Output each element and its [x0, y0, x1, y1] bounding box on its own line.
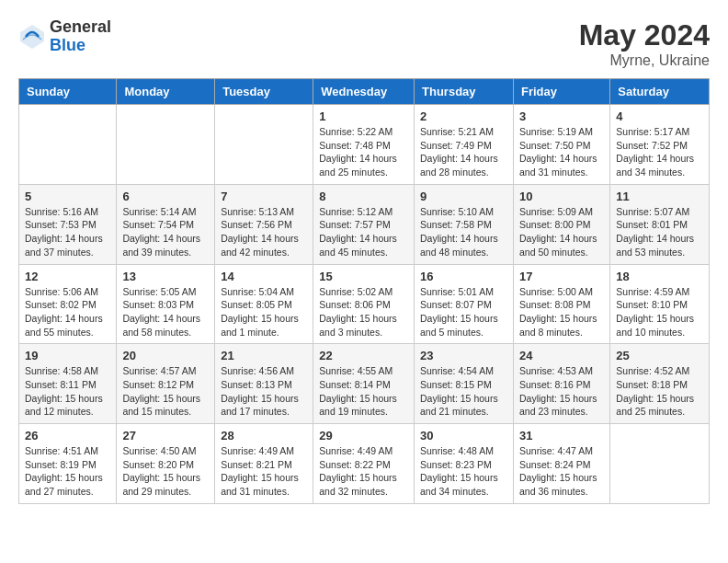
day-number: 16	[420, 270, 507, 283]
day-info: Sunrise: 5:21 AM Sunset: 7:49 PM Dayligh…	[420, 125, 507, 179]
day-info: Sunrise: 5:06 AM Sunset: 8:02 PM Dayligh…	[25, 285, 110, 339]
calendar-cell: 26Sunrise: 4:51 AM Sunset: 8:19 PM Dayli…	[19, 424, 117, 504]
day-number: 2	[420, 109, 507, 123]
weekday-header-thursday: Thursday	[415, 79, 514, 105]
day-number: 19	[25, 349, 110, 362]
calendar-table: SundayMondayTuesdayWednesdayThursdayFrid…	[18, 78, 710, 504]
day-number: 29	[319, 429, 408, 442]
page-header: General Blue May 2024 Myrne, Ukraine	[18, 18, 710, 69]
calendar-cell: 1Sunrise: 5:22 AM Sunset: 7:48 PM Daylig…	[313, 105, 415, 185]
calendar-cell: 2Sunrise: 5:21 AM Sunset: 7:49 PM Daylig…	[415, 105, 514, 185]
calendar-cell: 22Sunrise: 4:55 AM Sunset: 8:14 PM Dayli…	[313, 344, 415, 424]
day-number: 23	[420, 349, 507, 362]
calendar-cell: 8Sunrise: 5:12 AM Sunset: 7:57 PM Daylig…	[313, 184, 415, 264]
day-number: 28	[221, 429, 307, 442]
day-info: Sunrise: 4:56 AM Sunset: 8:13 PM Dayligh…	[221, 364, 307, 419]
day-number: 9	[420, 190, 507, 203]
calendar-cell	[610, 424, 710, 504]
calendar-cell: 12Sunrise: 5:06 AM Sunset: 8:02 PM Dayli…	[19, 264, 117, 344]
calendar-cell: 24Sunrise: 4:53 AM Sunset: 8:16 PM Dayli…	[513, 344, 609, 424]
day-info: Sunrise: 5:19 AM Sunset: 7:50 PM Dayligh…	[519, 125, 604, 179]
weekday-header-friday: Friday	[513, 79, 609, 105]
calendar-week-row: 1Sunrise: 5:22 AM Sunset: 7:48 PM Daylig…	[19, 105, 710, 185]
day-info: Sunrise: 5:17 AM Sunset: 7:52 PM Dayligh…	[616, 125, 703, 179]
day-number: 22	[319, 349, 408, 362]
day-number: 30	[420, 429, 507, 442]
weekday-header-wednesday: Wednesday	[313, 79, 415, 105]
calendar-cell: 6Sunrise: 5:14 AM Sunset: 7:54 PM Daylig…	[117, 184, 215, 264]
day-info: Sunrise: 4:53 AM Sunset: 8:16 PM Dayligh…	[519, 364, 604, 419]
calendar-cell: 21Sunrise: 4:56 AM Sunset: 8:13 PM Dayli…	[215, 344, 313, 424]
calendar-cell: 23Sunrise: 4:54 AM Sunset: 8:15 PM Dayli…	[415, 344, 514, 424]
day-number: 1	[319, 109, 408, 123]
day-number: 25	[616, 349, 703, 362]
calendar-cell	[19, 105, 117, 185]
calendar-header-row: SundayMondayTuesdayWednesdayThursdayFrid…	[19, 79, 710, 105]
day-info: Sunrise: 4:48 AM Sunset: 8:23 PM Dayligh…	[420, 444, 507, 499]
day-number: 31	[519, 429, 604, 442]
day-number: 13	[122, 270, 209, 283]
day-info: Sunrise: 4:49 AM Sunset: 8:21 PM Dayligh…	[221, 444, 307, 499]
day-info: Sunrise: 5:14 AM Sunset: 7:54 PM Dayligh…	[122, 205, 209, 259]
day-info: Sunrise: 4:58 AM Sunset: 8:11 PM Dayligh…	[25, 364, 110, 419]
day-number: 12	[25, 270, 110, 283]
day-number: 14	[221, 270, 307, 283]
calendar-cell	[215, 105, 313, 185]
calendar-week-row: 12Sunrise: 5:06 AM Sunset: 8:02 PM Dayli…	[19, 264, 710, 344]
day-info: Sunrise: 5:12 AM Sunset: 7:57 PM Dayligh…	[319, 205, 408, 259]
day-number: 15	[319, 270, 408, 283]
location-subtitle: Myrne, Ukraine	[579, 52, 710, 69]
calendar-week-row: 19Sunrise: 4:58 AM Sunset: 8:11 PM Dayli…	[19, 344, 710, 424]
logo: General Blue	[18, 18, 111, 55]
day-number: 20	[122, 349, 209, 362]
weekday-header-tuesday: Tuesday	[215, 79, 313, 105]
day-info: Sunrise: 5:22 AM Sunset: 7:48 PM Dayligh…	[319, 125, 408, 179]
logo-blue-text: Blue	[50, 37, 111, 55]
calendar-cell: 7Sunrise: 5:13 AM Sunset: 7:56 PM Daylig…	[215, 184, 313, 264]
day-info: Sunrise: 4:52 AM Sunset: 8:18 PM Dayligh…	[616, 364, 703, 419]
day-info: Sunrise: 4:59 AM Sunset: 8:10 PM Dayligh…	[616, 285, 703, 339]
calendar-cell: 4Sunrise: 5:17 AM Sunset: 7:52 PM Daylig…	[610, 105, 710, 185]
calendar-week-row: 5Sunrise: 5:16 AM Sunset: 7:53 PM Daylig…	[19, 184, 710, 264]
calendar-cell: 31Sunrise: 4:47 AM Sunset: 8:24 PM Dayli…	[513, 424, 609, 504]
day-info: Sunrise: 5:05 AM Sunset: 8:03 PM Dayligh…	[122, 285, 209, 339]
day-info: Sunrise: 5:10 AM Sunset: 7:58 PM Dayligh…	[420, 205, 507, 259]
month-year-title: May 2024	[579, 18, 710, 52]
day-info: Sunrise: 4:47 AM Sunset: 8:24 PM Dayligh…	[519, 444, 604, 499]
day-number: 3	[519, 109, 604, 123]
logo-icon	[18, 23, 46, 51]
day-info: Sunrise: 5:13 AM Sunset: 7:56 PM Dayligh…	[221, 205, 307, 259]
calendar-cell: 18Sunrise: 4:59 AM Sunset: 8:10 PM Dayli…	[610, 264, 710, 344]
day-info: Sunrise: 5:00 AM Sunset: 8:08 PM Dayligh…	[519, 285, 604, 339]
day-number: 26	[25, 429, 110, 442]
calendar-week-row: 26Sunrise: 4:51 AM Sunset: 8:19 PM Dayli…	[19, 424, 710, 504]
day-number: 18	[616, 270, 703, 283]
svg-marker-0	[20, 25, 44, 49]
day-number: 5	[25, 190, 110, 203]
calendar-cell: 30Sunrise: 4:48 AM Sunset: 8:23 PM Dayli…	[415, 424, 514, 504]
calendar-cell	[117, 105, 215, 185]
day-number: 11	[616, 190, 703, 203]
day-number: 8	[319, 190, 408, 203]
day-number: 21	[221, 349, 307, 362]
calendar-cell: 5Sunrise: 5:16 AM Sunset: 7:53 PM Daylig…	[19, 184, 117, 264]
day-info: Sunrise: 5:09 AM Sunset: 8:00 PM Dayligh…	[519, 205, 604, 259]
logo-text: General Blue	[50, 18, 111, 55]
day-number: 10	[519, 190, 604, 203]
calendar-cell: 14Sunrise: 5:04 AM Sunset: 8:05 PM Dayli…	[215, 264, 313, 344]
weekday-header-sunday: Sunday	[19, 79, 117, 105]
calendar-cell: 10Sunrise: 5:09 AM Sunset: 8:00 PM Dayli…	[513, 184, 609, 264]
title-block: May 2024 Myrne, Ukraine	[579, 18, 710, 69]
logo-general-text: General	[50, 18, 111, 37]
calendar-cell: 16Sunrise: 5:01 AM Sunset: 8:07 PM Dayli…	[415, 264, 514, 344]
weekday-header-monday: Monday	[117, 79, 215, 105]
day-number: 17	[519, 270, 604, 283]
calendar-cell: 27Sunrise: 4:50 AM Sunset: 8:20 PM Dayli…	[117, 424, 215, 504]
day-number: 6	[122, 190, 209, 203]
day-number: 4	[616, 109, 703, 123]
calendar-cell: 25Sunrise: 4:52 AM Sunset: 8:18 PM Dayli…	[610, 344, 710, 424]
calendar-cell: 28Sunrise: 4:49 AM Sunset: 8:21 PM Dayli…	[215, 424, 313, 504]
day-info: Sunrise: 5:01 AM Sunset: 8:07 PM Dayligh…	[420, 285, 507, 339]
calendar-cell: 9Sunrise: 5:10 AM Sunset: 7:58 PM Daylig…	[415, 184, 514, 264]
calendar-cell: 15Sunrise: 5:02 AM Sunset: 8:06 PM Dayli…	[313, 264, 415, 344]
